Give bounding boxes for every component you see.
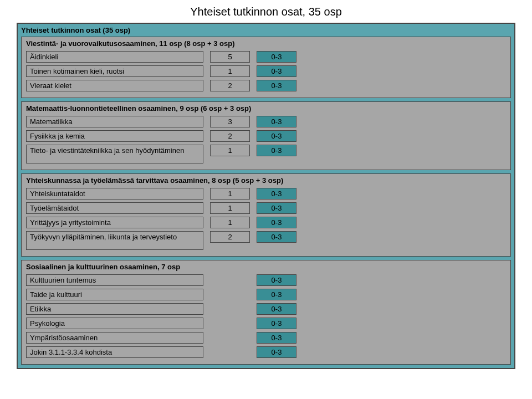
- credit-value: [210, 303, 250, 313]
- table-row: Vieraat kielet 2 0-3: [26, 80, 506, 91]
- table-row: Fysiikka ja kemia 2 0-3: [26, 130, 506, 142]
- credit-range: 0-3: [257, 217, 296, 228]
- subject-name: Yhteiskuntataidot: [26, 188, 203, 200]
- credit-value: [210, 346, 250, 356]
- subject-name: Äidinkieli: [26, 51, 203, 63]
- credit-value: 1: [210, 188, 250, 200]
- table-row: Kulttuurien tuntemus 0-3: [26, 274, 506, 286]
- subject-name: Kulttuurien tuntemus: [26, 274, 203, 286]
- section-society-work: Yhteiskunnassa ja työelämässä tarvittava…: [21, 173, 511, 257]
- section-header: Yhteiskunnassa ja työelämässä tarvittava…: [26, 176, 506, 185]
- table-row: Yrittäjyys ja yritystoiminta 1 0-3: [26, 217, 506, 228]
- table-row: Taide ja kulttuuri 0-3: [26, 289, 506, 300]
- credit-value: 2: [210, 231, 250, 243]
- table-row: Tieto- ja viestintätekniikka ja sen hyöd…: [26, 145, 506, 163]
- credit-range: 0-3: [257, 145, 296, 156]
- section-header: Matemaattis-luonnontieteellinen osaamine…: [26, 104, 506, 112]
- credit-range: 0-3: [257, 231, 296, 243]
- subject-name: Toinen kotimainen kieli, ruotsi: [26, 65, 203, 77]
- outer-container: Yhteiset tutkinnon osat (35 osp) Viestin…: [17, 23, 515, 369]
- table-row: Etiikka 0-3: [26, 303, 506, 315]
- credit-value: 1: [210, 65, 250, 77]
- credit-range: 0-3: [257, 51, 296, 63]
- subject-name: Psykologia: [26, 318, 203, 329]
- credit-range: 0-3: [257, 116, 296, 127]
- table-row: Äidinkieli 5 0-3: [26, 51, 506, 63]
- subject-name: Fysiikka ja kemia: [26, 130, 203, 142]
- credit-value: [210, 318, 250, 328]
- credit-value: 2: [210, 80, 250, 91]
- subject-name: Työkyvyn ylläpitäminen, liikunta ja terv…: [26, 231, 203, 250]
- table-row: Ympäristöosaaminen 0-3: [26, 332, 506, 344]
- credit-range: 0-3: [257, 202, 296, 214]
- credit-range: 0-3: [257, 274, 296, 286]
- credit-range: 0-3: [257, 289, 296, 300]
- credit-range: 0-3: [257, 303, 296, 315]
- credit-value: 5: [210, 51, 250, 63]
- subject-name: Tieto- ja viestintätekniikka ja sen hyöd…: [26, 145, 203, 163]
- credit-value: 1: [210, 202, 250, 214]
- subject-name: Ympäristöosaaminen: [26, 332, 203, 344]
- table-row: Työkyvyn ylläpitäminen, liikunta ja terv…: [26, 231, 506, 250]
- subject-name: Etiikka: [26, 303, 203, 315]
- credit-value: [210, 289, 250, 299]
- table-row: Jokin 3.1.1-3.3.4 kohdista 0-3: [26, 346, 506, 358]
- outer-header: Yhteiset tutkinnon osat (35 osp): [18, 24, 514, 37]
- section-header: Viestintä- ja vuorovaikutusosaaminen, 11…: [26, 39, 506, 48]
- credit-range: 0-3: [257, 65, 296, 77]
- section-math-science: Matemaattis-luonnontieteellinen osaamine…: [21, 101, 511, 170]
- subject-name: Taide ja kulttuuri: [26, 289, 203, 300]
- table-row: Psykologia 0-3: [26, 318, 506, 329]
- credit-value: [210, 332, 250, 342]
- subject-name: Vieraat kielet: [26, 80, 203, 91]
- table-row: Toinen kotimainen kieli, ruotsi 1 0-3: [26, 65, 506, 77]
- subject-name: Yrittäjyys ja yritystoiminta: [26, 217, 203, 228]
- credit-value: [210, 274, 250, 284]
- table-row: Työelämätaidot 1 0-3: [26, 202, 506, 214]
- credit-range: 0-3: [257, 346, 296, 358]
- credit-range: 0-3: [257, 318, 296, 329]
- section-header: Sosiaalinen ja kulttuurinen osaaminen, 7…: [26, 263, 506, 271]
- subject-name: Matematiikka: [26, 116, 203, 127]
- credit-value: 2: [210, 130, 250, 142]
- credit-range: 0-3: [257, 332, 296, 344]
- subject-name: Työelämätaidot: [26, 202, 203, 214]
- credit-value: 3: [210, 116, 250, 127]
- section-communication: Viestintä- ja vuorovaikutusosaaminen, 11…: [21, 37, 511, 98]
- table-row: Yhteiskuntataidot 1 0-3: [26, 188, 506, 200]
- main-title: Yhteiset tutkinnon osat, 35 osp: [17, 6, 515, 18]
- credit-range: 0-3: [257, 130, 296, 142]
- section-social-cultural: Sosiaalinen ja kulttuurinen osaaminen, 7…: [21, 260, 511, 365]
- credit-range: 0-3: [257, 80, 296, 91]
- credit-value: 1: [210, 145, 250, 156]
- credit-range: 0-3: [257, 188, 296, 200]
- table-row: Matematiikka 3 0-3: [26, 116, 506, 127]
- subject-name: Jokin 3.1.1-3.3.4 kohdista: [26, 346, 203, 358]
- credit-value: 1: [210, 217, 250, 228]
